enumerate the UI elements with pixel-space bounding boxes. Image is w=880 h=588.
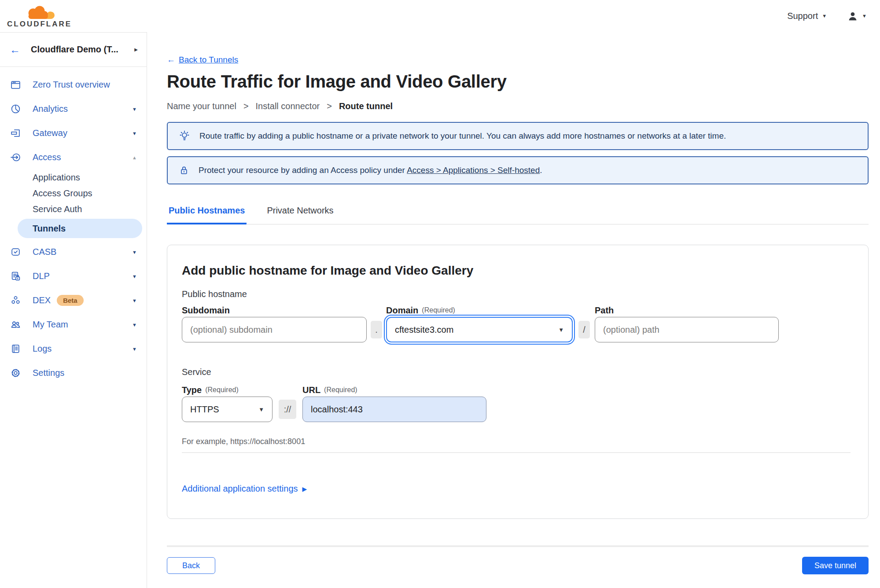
chevron-right-icon: ▶	[302, 486, 307, 492]
sidebar-item-access[interactable]: Access ▲	[0, 145, 147, 169]
sidebar-item-dex[interactable]: DEX Beta ▼	[0, 288, 147, 312]
chevron-down-icon: ▼	[558, 327, 564, 333]
dot-separator: .	[371, 321, 382, 338]
breadcrumb-step-route-tunnel: Route tunnel	[339, 101, 393, 111]
domain-select[interactable]: cftestsite3.com ▼	[386, 317, 573, 342]
back-arrow-icon[interactable]: ←	[10, 44, 20, 55]
sidebar-item-label: CASB	[33, 247, 132, 257]
type-label-text: Type	[182, 385, 202, 395]
topbar: CLOUDFLARE Support ▼ ▼	[0, 0, 880, 32]
breadcrumb-separator: >	[327, 101, 332, 111]
cloudflare-logo-text: CLOUDFLARE	[7, 20, 72, 29]
breadcrumb: Name your tunnel > Install connector > R…	[167, 101, 869, 111]
main-content: ← Back to Tunnels Route Traffic for Imag…	[147, 32, 880, 588]
url-example-text: For example, https://localhost:8001	[182, 437, 851, 446]
route-traffic-tip-banner: Route traffic by adding a public hostnam…	[167, 122, 869, 150]
subdomain-field-group: Subdomain	[182, 304, 367, 342]
path-input[interactable]	[595, 317, 779, 342]
breadcrumb-step-name-tunnel[interactable]: Name your tunnel	[167, 101, 236, 111]
beta-badge: Beta	[57, 295, 84, 306]
sidebar-item-tunnels[interactable]: Tunnels	[18, 219, 142, 238]
access-sub-list: Applications Access Groups Service Auth …	[0, 169, 147, 238]
card-divider	[182, 452, 851, 453]
footer-divider	[167, 545, 869, 547]
tab-private-networks[interactable]: Private Networks	[265, 206, 335, 224]
sidebar-item-label: Gateway	[33, 128, 132, 138]
access-icon	[10, 152, 21, 163]
access-policy-banner-text: Protect your resource by adding an Acces…	[199, 165, 542, 175]
back-button[interactable]: Back	[167, 557, 215, 574]
sidebar-item-label: Zero Trust overview	[33, 80, 137, 90]
overview-icon	[10, 79, 21, 91]
sidebar-item-logs[interactable]: Logs ▼	[0, 337, 147, 361]
sidebar-item-label-text: DEX	[33, 295, 51, 305]
url-label-text: URL	[302, 385, 320, 395]
logs-icon	[10, 343, 21, 355]
save-tunnel-button[interactable]: Save tunnel	[802, 557, 869, 574]
sidebar-item-zero-trust-overview[interactable]: Zero Trust overview	[0, 73, 147, 97]
sidebar-item-access-groups[interactable]: Access Groups	[0, 185, 147, 201]
sidebar-item-my-team[interactable]: My Team ▼	[0, 312, 147, 337]
sidebar-item-settings[interactable]: Settings	[0, 361, 147, 385]
chevron-down-icon: ▼	[822, 14, 827, 18]
hostname-field-row: Subdomain . Domain (Required) cftestsite…	[182, 304, 851, 342]
service-url-field-group: URL (Required)	[302, 383, 486, 422]
chevron-down-icon: ▼	[132, 298, 137, 303]
hostname-tabs: Public Hostnames Private Networks	[167, 206, 869, 224]
support-menu[interactable]: Support ▼	[787, 11, 827, 21]
service-type-select[interactable]: HTTPS ▼	[182, 397, 272, 422]
sidebar-item-analytics[interactable]: Analytics ▼	[0, 97, 147, 121]
additional-application-settings-toggle[interactable]: Additional application settings ▶	[182, 484, 307, 494]
domain-field-group: Domain (Required) cftestsite3.com ▼	[386, 304, 573, 342]
sidebar-item-gateway[interactable]: Gateway ▼	[0, 121, 147, 145]
account-name[interactable]: Cloudflare Demo (T...	[31, 44, 134, 55]
public-hostname-section-label: Public hostname	[182, 289, 851, 299]
sidebar-item-label: Access	[33, 152, 132, 162]
service-url-input[interactable]	[302, 397, 486, 422]
subdomain-label: Subdomain	[182, 304, 367, 317]
chevron-down-icon: ▼	[132, 131, 137, 136]
path-field-group: Path	[595, 304, 779, 342]
back-to-tunnels-link[interactable]: ← Back to Tunnels	[167, 55, 238, 65]
sub-item-label: Service Auth	[33, 204, 82, 214]
gateway-icon	[10, 128, 21, 139]
domain-label-text: Domain	[386, 305, 418, 316]
sidebar-item-label: Settings	[33, 368, 137, 378]
chevron-down-icon: ▼	[132, 346, 137, 352]
type-label: Type (Required)	[182, 383, 272, 397]
tab-public-hostnames[interactable]: Public Hostnames	[167, 206, 247, 224]
chevron-right-icon[interactable]: ▶	[134, 48, 138, 52]
breadcrumb-separator: >	[243, 101, 249, 111]
chevron-down-icon: ▼	[132, 274, 137, 279]
url-label: URL (Required)	[302, 383, 486, 397]
service-type-selected-value: HTTPS	[190, 404, 219, 415]
team-icon	[10, 319, 21, 331]
chevron-down-icon: ▼	[132, 107, 137, 112]
domain-label: Domain (Required)	[386, 304, 573, 317]
sub-item-label: Access Groups	[33, 188, 92, 198]
back-arrow-icon: ←	[167, 55, 175, 65]
casb-icon	[10, 246, 21, 258]
chevron-down-icon: ▼	[132, 250, 137, 255]
access-applications-self-hosted-link[interactable]: Access > Applications > Self-hosted	[407, 165, 540, 175]
cloudflare-cloud-icon	[23, 5, 56, 21]
subdomain-input[interactable]	[182, 317, 367, 342]
sidebar-item-applications[interactable]: Applications	[0, 169, 147, 185]
sidebar-item-service-auth[interactable]: Service Auth	[0, 201, 147, 217]
breadcrumb-step-install-connector[interactable]: Install connector	[256, 101, 320, 111]
dex-icon	[10, 295, 21, 306]
sidebar-item-casb[interactable]: CASB ▼	[0, 240, 147, 264]
chevron-down-icon: ▼	[862, 14, 867, 18]
sidebar-item-dlp[interactable]: DLP ▼	[0, 264, 147, 288]
service-field-row: Type (Required) HTTPS ▼ :// URL (Require…	[182, 383, 851, 422]
service-type-field-group: Type (Required) HTTPS ▼	[182, 383, 272, 422]
additional-settings-label: Additional application settings	[182, 484, 298, 494]
sidebar-item-label: DEX Beta	[33, 295, 132, 306]
analytics-icon	[10, 103, 21, 115]
chevron-down-icon: ▼	[258, 407, 264, 412]
tip-banner-text: Route traffic by adding a public hostnam…	[199, 131, 726, 141]
required-hint: (Required)	[205, 386, 239, 394]
support-label: Support	[787, 11, 818, 21]
cloudflare-logo[interactable]: CLOUDFLARE	[7, 5, 72, 29]
user-account-menu[interactable]: ▼	[847, 11, 867, 22]
